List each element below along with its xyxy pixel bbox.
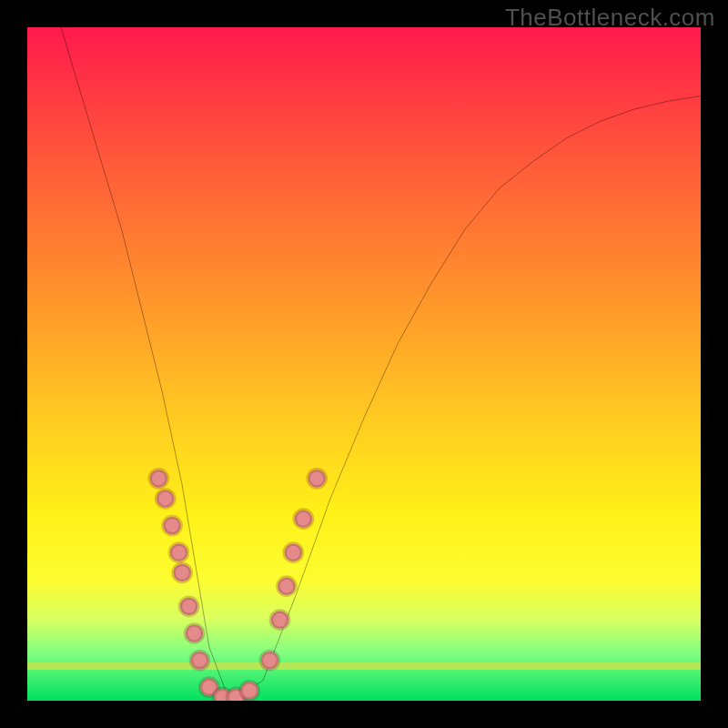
- data-point-dot: [278, 578, 295, 595]
- watermark-text: TheBottleneck.com: [505, 4, 715, 32]
- data-point-dot: [174, 564, 191, 581]
- bottleneck-curve-svg: [27, 27, 701, 701]
- data-point-dot: [295, 511, 312, 528]
- data-point-dot: [285, 544, 302, 561]
- data-point-dot: [191, 652, 208, 669]
- data-point-dot: [241, 682, 258, 699]
- data-point-dot: [261, 652, 278, 669]
- bottleneck-curve: [61, 27, 701, 701]
- data-point-dot: [163, 517, 180, 534]
- plot-area: [27, 27, 701, 701]
- chart-container: TheBottleneck.com: [0, 0, 728, 728]
- data-point-dot: [271, 612, 288, 629]
- data-point-dot: [150, 470, 167, 487]
- data-point-dot: [170, 544, 187, 561]
- data-point-dot: [308, 470, 326, 487]
- data-point-dot: [157, 490, 174, 507]
- data-point-dot: [186, 624, 203, 642]
- data-point-dot: [180, 598, 197, 615]
